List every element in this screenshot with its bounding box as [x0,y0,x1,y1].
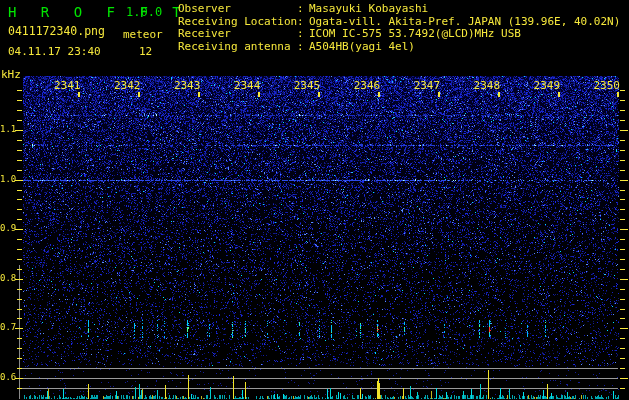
station-info-value: Masayuki Kobayashi [309,3,428,16]
station-info-label: Observer [178,3,297,16]
time-tick-label: 2347 [414,80,441,91]
freq-tick-label: 0.6 [0,373,14,382]
station-info-block: Observer:Masayuki KobayashiReceiving Loc… [178,3,620,53]
colon-separator: : [297,3,309,16]
time-tick-label: 2343 [174,80,201,91]
colon-separator: : [297,28,309,41]
freq-axis-unit-label: kHz [1,69,21,80]
time-tick-label: 2348 [474,80,501,91]
colon-separator: : [297,41,309,54]
time-tick-label: 2341 [54,80,81,91]
time-tick-label: 2349 [534,80,561,91]
datetime-label: 04.11.17 23:40 [8,46,101,57]
meteor-count: 12 [139,46,152,57]
freq-tick-label: 0.7 [0,323,14,332]
time-tick-label: 2345 [294,80,321,91]
output-filename: 0411172340.png [8,26,105,38]
freq-tick-label: 1.0 [0,175,14,184]
station-info-label: Receiver [178,28,297,41]
app-version: 1.0.0 [126,6,162,18]
hrofft-output-screen: H R O F F T 1.0.0 0411172340.png meteor … [0,0,629,400]
freq-tick-label: 0.8 [0,274,14,283]
freq-tick-label: 0.9 [0,224,14,233]
time-tick-label: 2350 [593,80,620,91]
station-info-value: A504HB(yagi 4el) [309,41,415,54]
mode-label: meteor [123,29,163,40]
time-tick-label: 2346 [354,80,381,91]
spectrogram-canvas [0,0,629,400]
station-info-row: Receiving antenna:A504HB(yagi 4el) [178,41,620,54]
freq-tick-label: 1.1 [0,125,14,134]
time-tick-label: 2342 [114,80,141,91]
station-info-row: Observer:Masayuki Kobayashi [178,3,620,16]
station-info-row: Receiver:ICOM IC-575 53.7492(@LCD)MHz US… [178,28,620,41]
time-tick-label: 2344 [234,80,261,91]
station-info-label: Receiving antenna [178,41,297,54]
station-info-value: ICOM IC-575 53.7492(@LCD)MHz USB [309,28,521,41]
